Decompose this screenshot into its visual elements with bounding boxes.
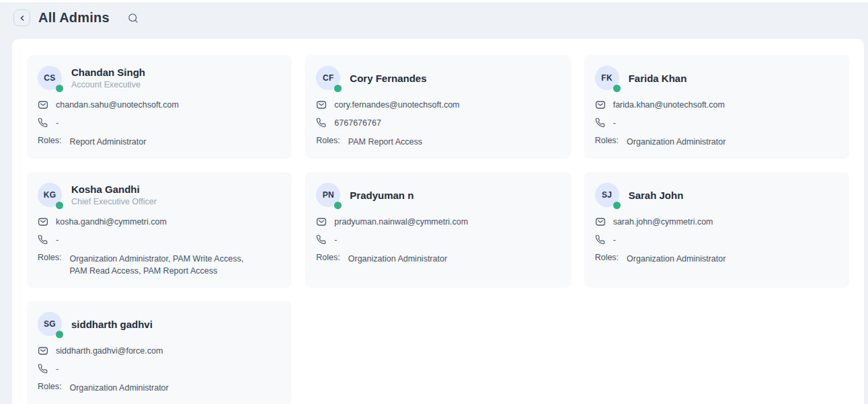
email-row: kosha.gandhi@cymmetri.com: [38, 216, 281, 227]
phone-icon: [38, 118, 48, 128]
admin-job-title: Account Executive: [71, 80, 145, 89]
avatar: CF: [316, 66, 340, 90]
roles-row: Roles: Organization Administrator: [38, 382, 281, 394]
admin-identity: Farida Khan: [629, 73, 687, 84]
admin-phone: -: [56, 235, 58, 245]
admin-card-header: SJ Sarah John: [595, 181, 838, 208]
avatar: KG: [38, 183, 62, 207]
online-status-dot: [56, 331, 63, 338]
avatar: CS: [38, 66, 62, 90]
admin-name: Farida Khan: [629, 73, 687, 84]
admin-phone: -: [613, 235, 616, 245]
admin-cards-grid: CS Chandan Singh Account Executive chand…: [27, 55, 849, 404]
admin-identity: Pradyuman n: [350, 190, 413, 201]
avatar: SG: [38, 312, 62, 336]
admin-phone: -: [56, 118, 58, 128]
admin-phone: -: [56, 364, 58, 374]
roles-label: Roles:: [595, 253, 619, 265]
admin-card[interactable]: SG siddharth gadhvi siddharth.gadhvi@for…: [27, 301, 292, 404]
email-row: chandan.sahu@unotechsoft.com: [38, 99, 281, 110]
admin-phone: -: [613, 118, 616, 128]
admin-roles: PAM Report Access: [348, 136, 422, 148]
admin-email: pradyuman.nainwal@cymmetri.com: [334, 217, 468, 227]
online-status-dot: [334, 85, 342, 92]
online-status-dot: [56, 202, 63, 209]
admin-phone: -: [334, 235, 337, 245]
admin-card-header: FK Farida Khan: [595, 65, 838, 91]
admin-email: farida.khan@unotechsoft.com: [613, 100, 725, 110]
admin-roles: Report Administrator: [69, 136, 146, 148]
admin-card-header: CS Chandan Singh Account Executive: [38, 65, 281, 91]
admin-email: chandan.sahu@unotechsoft.com: [56, 100, 179, 110]
envelope-icon: [595, 216, 606, 227]
admin-email: kosha.gandhi@cymmetri.com: [56, 217, 167, 227]
admin-card-header: KG Kosha Gandhi Chief Executive Officer: [38, 181, 281, 208]
envelope-icon: [38, 99, 48, 110]
email-row: siddharth.gadhvi@force.com: [38, 346, 281, 356]
search-icon: [127, 12, 139, 24]
admin-name: Kosha Gandhi: [71, 184, 157, 195]
roles-row: Roles: Organization Administrator, PAM W…: [38, 253, 281, 277]
admin-name: siddharth gadhvi: [71, 319, 153, 330]
chevron-left-icon: [18, 14, 26, 22]
admin-email: sarah.john@cymmetri.com: [613, 217, 713, 227]
admin-roles: Organization Administrator, PAM Write Ac…: [69, 253, 262, 277]
email-row: sarah.john@cymmetri.com: [595, 216, 838, 227]
admin-roles: Organization Administrator: [627, 136, 725, 148]
back-button[interactable]: [13, 9, 30, 26]
admin-name: Sarah John: [629, 190, 684, 201]
roles-label: Roles:: [38, 382, 61, 394]
roles-label: Roles:: [595, 136, 619, 148]
phone-row: -: [38, 118, 281, 128]
email-row: farida.khan@unotechsoft.com: [595, 99, 838, 110]
phone-row: -: [595, 118, 838, 128]
online-status-dot: [56, 85, 63, 92]
admin-identity: Kosha Gandhi Chief Executive Officer: [71, 184, 157, 206]
admin-roles: Organization Administrator: [627, 253, 725, 265]
avatar: FK: [595, 66, 619, 90]
admin-card[interactable]: CS Chandan Singh Account Executive chand…: [27, 55, 292, 159]
admin-identity: Chandan Singh Account Executive: [71, 67, 145, 89]
admin-card[interactable]: KG Kosha Gandhi Chief Executive Officer …: [27, 172, 292, 288]
admin-roles: Organization Administrator: [69, 382, 168, 394]
admin-roles: Organization Administrator: [348, 253, 447, 265]
online-status-dot: [613, 85, 621, 92]
roles-row: Roles: Report Administrator: [38, 136, 281, 148]
admin-identity: Sarah John: [629, 190, 684, 201]
envelope-icon: [38, 216, 48, 227]
online-status-dot: [334, 202, 342, 209]
email-row: pradyuman.nainwal@cymmetri.com: [316, 216, 559, 227]
phone-row: -: [316, 235, 559, 245]
page-header: All Admins: [0, 3, 868, 32]
admin-identity: siddharth gadhvi: [71, 319, 153, 330]
admin-name: Pradyuman n: [350, 190, 413, 201]
avatar: PN: [316, 183, 340, 207]
admins-panel: CS Chandan Singh Account Executive chand…: [12, 39, 864, 404]
roles-row: Roles: Organization Administrator: [595, 253, 838, 265]
admin-card[interactable]: CF Cory Fernandes cory.fernandes@unotech…: [305, 55, 570, 159]
admin-card[interactable]: PN Pradyuman n pradyuman.nainwal@cymmetr…: [305, 172, 570, 288]
phone-icon: [595, 235, 606, 245]
phone-icon: [595, 118, 606, 128]
phone-row: -: [595, 235, 838, 245]
phone-row: -: [38, 235, 281, 245]
admin-card[interactable]: FK Farida Khan farida.khan@unotechsoft.c…: [584, 55, 849, 159]
envelope-icon: [316, 99, 327, 110]
admin-email: siddharth.gadhvi@force.com: [56, 346, 163, 356]
email-row: cory.fernandes@unotechsoft.com: [316, 99, 559, 110]
phone-icon: [38, 364, 48, 374]
phone-row: -: [38, 364, 281, 374]
roles-label: Roles:: [38, 253, 61, 277]
admin-phone: 6767676767: [334, 118, 381, 128]
phone-icon: [316, 118, 327, 128]
phone-row: 6767676767: [316, 118, 559, 128]
admin-card-header: CF Cory Fernandes: [316, 65, 559, 91]
search-button[interactable]: [127, 12, 139, 24]
envelope-icon: [316, 216, 327, 227]
page-title: All Admins: [38, 10, 110, 26]
roles-label: Roles:: [316, 136, 340, 148]
roles-row: Roles: Organization Administrator: [316, 253, 559, 265]
roles-row: Roles: PAM Report Access: [316, 136, 559, 148]
admin-card[interactable]: SJ Sarah John sarah.john@cymmetri.com: [584, 172, 849, 288]
admin-name: Chandan Singh: [71, 67, 145, 78]
